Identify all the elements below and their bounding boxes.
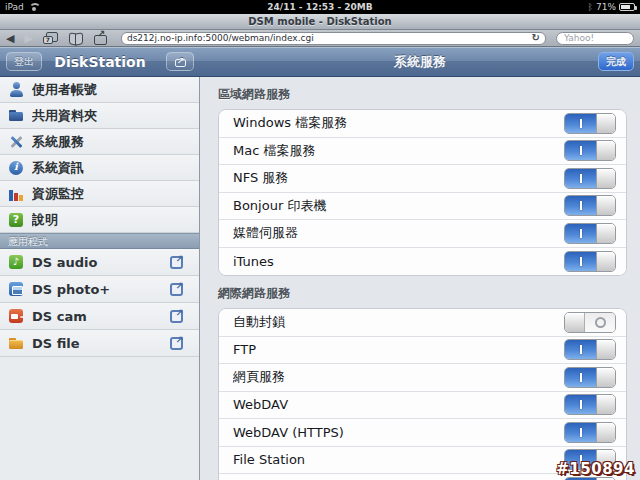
toggle-segment (596, 252, 615, 271)
service-label: WebDAV (233, 397, 564, 412)
service-row: 自動封鎖 (219, 309, 626, 337)
toggle-segment (596, 423, 615, 442)
back-button[interactable]: ◀ (6, 33, 14, 44)
sidebar-item-label: 系統資訊 (32, 159, 191, 177)
open-external-icon (175, 59, 186, 67)
toggle-segment (565, 169, 596, 188)
sidebar-item[interactable]: 系統服務 (0, 129, 199, 155)
service-toggle[interactable] (564, 394, 616, 415)
service-label: FTP (233, 342, 564, 357)
sidebar-app-label: DS file (32, 336, 170, 351)
chart-icon (8, 186, 24, 202)
battery-icon (619, 3, 635, 11)
page-title: 系統服務 (200, 47, 640, 77)
service-label: Bonjour 印表機 (233, 197, 564, 215)
service-toggle[interactable] (564, 140, 616, 161)
service-group: 自動封鎖 FTP 網頁服務 WebDAV WebDAV (HTTPS) (218, 308, 627, 480)
sidebar-item[interactable]: 共用資料夾 (0, 103, 199, 129)
folder-icon (8, 108, 24, 124)
sidebar-app-item[interactable]: DS photo+ (0, 276, 199, 303)
bookmarks-icon[interactable] (68, 33, 84, 44)
section-title: 網際網路服務 (218, 286, 627, 300)
services-panel: 區域網路服務 Windows 檔案服務 Mac 檔案服務 NFS 服務 Bonj… (200, 77, 640, 480)
search-input[interactable]: Yahoo! (556, 32, 634, 45)
toggle-segment (596, 224, 615, 243)
dsm-header: 登出 DiskStation 系統服務 完成 (0, 47, 640, 77)
service-label: NFS 服務 (233, 169, 564, 187)
service-toggle[interactable] (564, 223, 616, 244)
toggle-segment (565, 340, 596, 359)
info-icon (8, 160, 24, 176)
service-row: Mac 檔案服務 (219, 138, 626, 166)
external-link-icon[interactable] (170, 310, 183, 323)
service-toggle[interactable] (564, 168, 616, 189)
service-toggle[interactable] (564, 251, 616, 272)
sidebar-item-label: 說明 (32, 211, 191, 229)
service-toggle[interactable] (564, 367, 616, 388)
external-link-icon[interactable] (170, 256, 183, 269)
watermark: #150894 (556, 460, 635, 478)
external-link-icon[interactable] (170, 283, 183, 296)
sidebar-apps: DS audio DS photo+ DS cam DS file (0, 249, 199, 357)
tabs-icon[interactable]: 7 (43, 32, 58, 44)
external-link-icon[interactable] (170, 337, 183, 350)
service-toggle[interactable] (564, 422, 616, 443)
status-right: ᛒ 71% (588, 2, 635, 12)
service-row: NFS 服務 (219, 165, 626, 193)
toggle-segment (565, 252, 596, 271)
service-label: Mac 檔案服務 (233, 142, 564, 160)
bluetooth-icon: ᛒ (588, 2, 593, 12)
service-row: 網頁服務 (219, 364, 626, 392)
forward-button[interactable]: ▶ (24, 33, 32, 44)
service-row: WebDAV (HTTPS) (219, 419, 626, 447)
toggle-segment (596, 395, 615, 414)
service-section: 區域網路服務 Windows 檔案服務 Mac 檔案服務 NFS 服務 Bonj… (200, 87, 640, 276)
share-icon[interactable] (94, 35, 107, 45)
header-share-button[interactable] (166, 52, 194, 71)
tools-icon (8, 134, 24, 150)
toggle-segment (596, 169, 615, 188)
service-row: WebDAV (219, 392, 626, 420)
toggle-segment (596, 114, 615, 133)
service-toggle[interactable] (564, 195, 616, 216)
sidebar-app-item[interactable]: DS cam (0, 303, 199, 330)
service-row: iTunes (219, 248, 626, 276)
sidebar-item[interactable]: 說明 (0, 207, 199, 233)
service-label: Windows 檔案服務 (233, 114, 564, 132)
reload-icon[interactable]: ↻ (532, 33, 540, 43)
sidebar-item[interactable]: 資源監控 (0, 181, 199, 207)
sidebar-item-label: 系統服務 (32, 133, 191, 151)
sidebar-app-item[interactable]: DS audio (0, 249, 199, 276)
toggle-segment (565, 196, 596, 215)
service-toggle[interactable] (564, 113, 616, 134)
cam-icon (8, 308, 24, 324)
service-toggle[interactable] (564, 339, 616, 360)
toggle-segment (596, 368, 615, 387)
sidebar-nav: 使用者帳號 共用資料夾 系統服務 系統資訊 資源監控 說明 (0, 77, 199, 233)
sidebar-app-label: DS cam (32, 309, 170, 324)
done-button[interactable]: 完成 (598, 52, 634, 71)
section-title: 區域網路服務 (218, 87, 627, 101)
service-label: 媒體伺服器 (233, 224, 564, 242)
toggle-segment (596, 141, 615, 160)
sidebar-app-label: DS audio (32, 255, 170, 270)
service-toggle[interactable] (564, 312, 616, 333)
address-bar[interactable]: ds212j.no-ip.info:5000/webman/index.cgi … (121, 32, 546, 45)
status-clock: 24/11 - 12:53 - 20MB (0, 2, 640, 12)
audio-icon (8, 254, 24, 270)
sidebar-app-item[interactable]: DS file (0, 330, 199, 357)
service-group: Windows 檔案服務 Mac 檔案服務 NFS 服務 Bonjour 印表機… (218, 109, 627, 276)
toggle-segment (596, 340, 615, 359)
service-row: 媒體伺服器 (219, 220, 626, 248)
sidebar: 使用者帳號 共用資料夾 系統服務 系統資訊 資源監控 說明 應用程式 DS au… (0, 77, 200, 480)
tab-count-badge: 7 (43, 36, 53, 44)
sidebar-item[interactable]: 系統資訊 (0, 155, 199, 181)
service-label: File Station (233, 452, 564, 467)
battery-percent: 71% (596, 2, 616, 12)
apps-section-header: 應用程式 (0, 233, 199, 249)
help-icon (8, 212, 24, 228)
url-text: ds212j.no-ip.info:5000/webman/index.cgi (127, 33, 532, 43)
sidebar-item[interactable]: 使用者帳號 (0, 77, 199, 103)
user-icon (8, 82, 24, 98)
status-bar: iPad 24/11 - 12:53 - 20MB ᛒ 71% (0, 0, 640, 14)
